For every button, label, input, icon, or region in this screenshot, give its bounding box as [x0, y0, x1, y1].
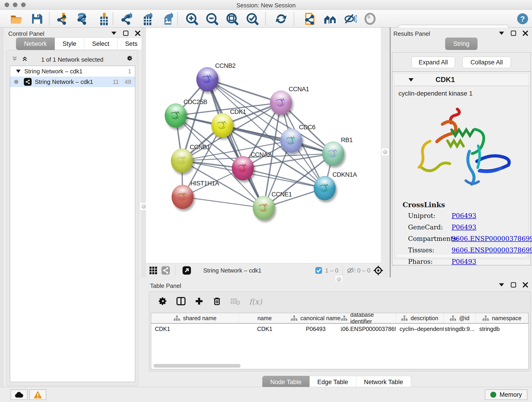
cell[interactable]: cyclin–dependent ...: [396, 324, 443, 334]
tab-select[interactable]: Select: [84, 38, 117, 50]
table-settings-gear-icon[interactable]: [158, 297, 167, 307]
edge-CCNB2-CCNE1[interactable]: [207, 79, 264, 208]
export-table-button[interactable]: [139, 12, 152, 26]
zoom-in-button[interactable]: [185, 12, 198, 26]
node-table[interactable]: shared namenamecanonical namedatabase id…: [151, 313, 529, 369]
left-splitter[interactable]: [141, 27, 146, 277]
network-canvas[interactable]: CCNB2 CCNA1 CDC25B CDK1 CDC6 RB1: [146, 28, 381, 263]
import-network-database-button[interactable]: [75, 12, 89, 26]
tree-expand-icon[interactable]: [16, 70, 21, 73]
table-hscrollbar-thumb[interactable]: [153, 364, 241, 368]
section-collapse-icon[interactable]: [409, 78, 413, 82]
node-CCNA1[interactable]: [270, 90, 292, 115]
node-CCNE1[interactable]: [253, 196, 275, 220]
tab-edge-table[interactable]: Edge Table: [310, 376, 356, 388]
float-panel-icon[interactable]: [510, 30, 516, 36]
collapse-panel-icon[interactable]: [499, 30, 505, 36]
close-panel-icon[interactable]: [135, 30, 141, 36]
add-column-icon[interactable]: [195, 297, 204, 307]
cloud-button[interactable]: [11, 389, 27, 400]
cell[interactable]: stringdb:9...: [443, 324, 476, 334]
cell[interactable]: 9606.ENSP00000378699: [341, 324, 396, 334]
zoom-selected-button[interactable]: [246, 12, 259, 26]
crosslink-link[interactable]: 9606.ENSP00000378699: [452, 246, 532, 254]
node-CDC25B[interactable]: [165, 103, 187, 128]
float-panel-icon[interactable]: [510, 282, 516, 288]
import-table-button[interactable]: [96, 12, 109, 26]
right-splitter[interactable]: [381, 27, 390, 277]
node-CDC6[interactable]: [280, 128, 302, 153]
crosslink-link[interactable]: P06493: [452, 258, 476, 265]
gene-section-header[interactable]: CDK1: [394, 74, 529, 86]
expand-all-button[interactable]: Expand All: [412, 57, 455, 68]
right-splitter-grip[interactable]: [381, 148, 389, 156]
memory-button[interactable]: Memory: [485, 389, 527, 400]
first-neighbors-button[interactable]: [323, 12, 337, 26]
open-session-button[interactable]: [10, 12, 23, 26]
edge-CDK1-RB1[interactable]: [222, 125, 333, 153]
function-builder-icon: f(x): [249, 297, 262, 306]
collapse-panel-icon[interactable]: [499, 282, 505, 288]
network-row[interactable]: String Network – cdk1 11 48: [10, 77, 135, 87]
warning-button[interactable]: [29, 389, 46, 400]
column-header-canonical-name[interactable]: canonical name: [291, 313, 341, 323]
tab-node-table[interactable]: Node Table: [262, 376, 310, 388]
close-panel-icon[interactable]: [522, 30, 528, 36]
selected-checkbox-icon[interactable]: [315, 263, 322, 278]
results-hscrollbar[interactable]: [396, 254, 527, 258]
export-image-button[interactable]: [160, 12, 173, 26]
network-collection-row[interactable]: String Network – cdk1 1: [10, 66, 135, 77]
network-options-gear-icon[interactable]: [127, 55, 133, 61]
edge-HIST1H1A-CCNE1[interactable]: [183, 197, 264, 208]
edge-CCNB2-CCNA1[interactable]: [207, 79, 281, 103]
cell[interactable]: CDK1: [239, 324, 291, 334]
export-network-button[interactable]: [119, 12, 133, 26]
table-header-row: shared namenamecanonical namedatabase id…: [151, 313, 528, 324]
network-view-button[interactable]: [161, 263, 170, 278]
tab-network-table[interactable]: Network Table: [356, 376, 411, 388]
cell[interactable]: stringdb: [476, 324, 528, 334]
column-header-name[interactable]: name: [239, 313, 291, 323]
zoom-out-button[interactable]: [205, 12, 219, 26]
tab-network[interactable]: Network: [16, 38, 55, 50]
zoom-fit-button[interactable]: [225, 12, 239, 26]
delete-column-trash-icon[interactable]: [212, 297, 222, 307]
column-header-shared-name[interactable]: shared name: [151, 313, 239, 323]
node-CCNA2[interactable]: [232, 156, 254, 180]
node-CCNB1[interactable]: [171, 148, 193, 173]
close-panel-icon[interactable]: [522, 282, 528, 288]
collapse-all-button[interactable]: Collapse All: [462, 57, 511, 68]
column-header--id[interactable]: @id: [443, 313, 476, 323]
table-row[interactable]: CDK1CDK1P064939606.ENSP00000378699cyclin…: [151, 324, 528, 334]
grid-view-button[interactable]: [149, 263, 157, 278]
column-header-namespace[interactable]: namespace: [476, 313, 528, 323]
float-panel-icon[interactable]: [123, 30, 129, 36]
cell[interactable]: P06493: [291, 324, 341, 334]
collapse-panel-icon[interactable]: [111, 30, 117, 36]
birdseye-toggle-icon[interactable]: [373, 263, 383, 278]
show-columns-icon[interactable]: [176, 296, 186, 307]
node-RB1[interactable]: [322, 141, 344, 166]
crosslink-link[interactable]: P06493: [452, 223, 476, 231]
help-button[interactable]: ?: [516, 12, 529, 26]
horizontal-splitter[interactable]: [141, 277, 532, 281]
refresh-button[interactable]: [274, 12, 288, 26]
tab-style[interactable]: Style: [55, 38, 84, 50]
protein-ribbon-icon: [236, 162, 250, 175]
detach-view-button[interactable]: [182, 263, 191, 278]
column-header-database-identifier[interactable]: database identifier: [341, 313, 396, 323]
import-network-file-button[interactable]: [55, 12, 68, 26]
crosslink-link[interactable]: 9606.ENSP00000378699: [452, 235, 532, 242]
node-CDKN1A[interactable]: [314, 176, 336, 200]
column-header-description[interactable]: description: [396, 313, 443, 323]
save-session-button[interactable]: [30, 12, 44, 26]
table-tabs: Node TableEdge TableNetwork Table: [141, 376, 532, 388]
hide-selected-button[interactable]: [344, 12, 357, 26]
node-CDK1[interactable]: [211, 113, 233, 138]
node-HIST1H1A[interactable]: [172, 185, 194, 209]
tab-string[interactable]: String: [445, 38, 477, 50]
node-CCNB2[interactable]: [196, 67, 218, 91]
crosslink-link[interactable]: P06493: [452, 212, 476, 220]
cell[interactable]: CDK1: [151, 324, 239, 334]
network-from-file-button[interactable]: [303, 12, 316, 26]
